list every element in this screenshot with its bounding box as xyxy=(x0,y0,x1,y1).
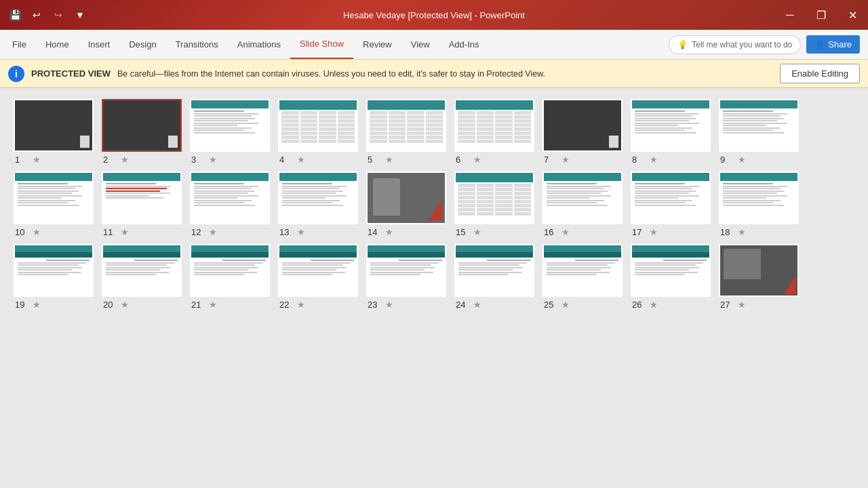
minimize-button[interactable]: ─ xyxy=(774,0,806,30)
slide-thumb-inner-27 xyxy=(720,245,797,296)
slide-star-25[interactable]: ★ xyxy=(561,300,570,310)
slide-star-10[interactable]: ★ xyxy=(33,227,41,237)
slide-thumb-24[interactable] xyxy=(454,244,534,297)
slide-thumb-19[interactable] xyxy=(14,244,94,297)
slide-info-17: 17 ★ xyxy=(631,227,712,237)
slide-thumb-2[interactable] xyxy=(102,99,182,152)
slide-info-23: 23 ★ xyxy=(366,300,448,310)
slide-thumb-12[interactable] xyxy=(190,171,270,224)
slide-star-18[interactable]: ★ xyxy=(738,227,746,237)
slide-thumb-13[interactable] xyxy=(278,171,358,224)
slide-star-9[interactable]: ★ xyxy=(738,155,746,165)
slide-thumb-inner-5 xyxy=(368,100,445,150)
slide-number-5: 5 xyxy=(368,155,382,165)
tab-file[interactable]: File xyxy=(3,30,36,59)
slide-info-12: 12 ★ xyxy=(190,227,271,237)
slide-number-4: 4 xyxy=(279,155,294,165)
slide-info-2: 2 ★ xyxy=(102,155,183,165)
slide-thumb-21[interactable] xyxy=(190,244,270,297)
slide-thumb-4[interactable] xyxy=(278,99,358,152)
slide-star-5[interactable]: ★ xyxy=(385,155,393,165)
slide-thumb-25[interactable] xyxy=(542,244,623,297)
slide-star-6[interactable]: ★ xyxy=(473,155,481,165)
slide-star-2[interactable]: ★ xyxy=(121,155,129,165)
slide-star-21[interactable]: ★ xyxy=(209,300,217,310)
slide-thumb-7[interactable] xyxy=(542,99,623,152)
slide-number-3: 3 xyxy=(191,155,206,165)
undo-button[interactable]: ↩ xyxy=(27,5,46,24)
tab-animations[interactable]: Animations xyxy=(228,30,290,59)
slide-star-8[interactable]: ★ xyxy=(650,155,658,165)
slide-item-8: 8 ★ xyxy=(631,99,712,165)
close-button[interactable]: ✕ xyxy=(837,0,868,30)
slide-info-7: 7 ★ xyxy=(542,155,624,165)
slide-star-24[interactable]: ★ xyxy=(473,300,481,310)
share-button[interactable]: 👤 Share xyxy=(806,35,860,54)
enable-editing-button[interactable]: Enable Editing xyxy=(780,64,860,83)
slide-star-23[interactable]: ★ xyxy=(385,300,393,310)
tab-addins[interactable]: Add-Ins xyxy=(439,30,489,59)
tab-view[interactable]: View xyxy=(401,30,439,59)
slide-thumb-23[interactable] xyxy=(366,244,446,297)
slide-thumb-inner-6 xyxy=(456,100,533,150)
slide-thumb-8[interactable] xyxy=(631,99,711,152)
tab-home[interactable]: Home xyxy=(36,30,79,59)
slide-thumb-inner-17 xyxy=(632,173,709,223)
ribbon-right: 💡 Tell me what you want to do 👤 Share xyxy=(669,35,865,54)
slide-number-16: 16 xyxy=(544,227,559,237)
slide-star-14[interactable]: ★ xyxy=(385,227,393,237)
slide-star-19[interactable]: ★ xyxy=(33,300,41,310)
tab-design[interactable]: Design xyxy=(119,30,165,59)
slide-star-22[interactable]: ★ xyxy=(297,300,305,310)
slide-number-23: 23 xyxy=(368,300,382,310)
slide-star-13[interactable]: ★ xyxy=(297,227,305,237)
slide-item-17: 17 ★ xyxy=(631,171,712,237)
slide-thumb-3[interactable] xyxy=(190,99,270,152)
slide-thumb-14[interactable] xyxy=(366,171,446,224)
slide-number-24: 24 xyxy=(456,300,471,310)
slide-thumb-inner-22 xyxy=(279,245,357,296)
tab-review[interactable]: Review xyxy=(353,30,401,59)
restore-button[interactable]: ❐ xyxy=(806,0,837,30)
slide-info-10: 10 ★ xyxy=(14,227,95,237)
slide-info-19: 19 ★ xyxy=(14,300,95,310)
slide-star-7[interactable]: ★ xyxy=(561,155,570,165)
slide-thumb-5[interactable] xyxy=(366,99,446,152)
slide-thumb-9[interactable] xyxy=(719,99,799,152)
slide-thumb-inner-13 xyxy=(279,173,357,223)
slide-thumb-1[interactable] xyxy=(14,99,94,152)
slide-star-26[interactable]: ★ xyxy=(650,300,658,310)
slide-thumb-16[interactable] xyxy=(542,171,623,224)
slide-star-1[interactable]: ★ xyxy=(33,155,41,165)
tab-slideshow[interactable]: Slide Show xyxy=(290,30,353,59)
slide-thumb-26[interactable] xyxy=(631,244,711,297)
slide-thumb-27[interactable] xyxy=(719,244,799,297)
slide-thumb-inner-7 xyxy=(544,100,621,150)
slide-thumb-22[interactable] xyxy=(278,244,358,297)
slide-star-20[interactable]: ★ xyxy=(121,300,129,310)
slide-thumb-11[interactable] xyxy=(102,171,182,224)
customize-button[interactable]: ▼ xyxy=(71,5,90,24)
slide-star-11[interactable]: ★ xyxy=(121,227,129,237)
slide-thumb-inner-10 xyxy=(15,173,92,223)
slide-thumb-17[interactable] xyxy=(631,171,711,224)
tab-insert[interactable]: Insert xyxy=(79,30,120,59)
slide-star-16[interactable]: ★ xyxy=(561,227,570,237)
tell-me-input[interactable]: 💡 Tell me what you want to do xyxy=(669,35,801,54)
slide-thumb-15[interactable] xyxy=(454,171,534,224)
slide-thumb-20[interactable] xyxy=(102,244,182,297)
slide-thumb-10[interactable] xyxy=(14,171,94,224)
slide-thumb-18[interactable] xyxy=(719,171,799,224)
slide-number-19: 19 xyxy=(15,300,30,310)
slide-star-27[interactable]: ★ xyxy=(738,300,746,310)
save-button[interactable]: 💾 xyxy=(5,5,24,24)
slide-star-3[interactable]: ★ xyxy=(209,155,217,165)
slide-thumb-6[interactable] xyxy=(454,99,534,152)
slide-star-4[interactable]: ★ xyxy=(297,155,305,165)
slide-star-17[interactable]: ★ xyxy=(650,227,658,237)
slide-thumb-inner-11 xyxy=(103,173,180,223)
tab-transitions[interactable]: Transitions xyxy=(166,30,228,59)
slide-star-12[interactable]: ★ xyxy=(209,227,217,237)
redo-button[interactable]: ↪ xyxy=(49,5,68,24)
slide-star-15[interactable]: ★ xyxy=(473,227,481,237)
